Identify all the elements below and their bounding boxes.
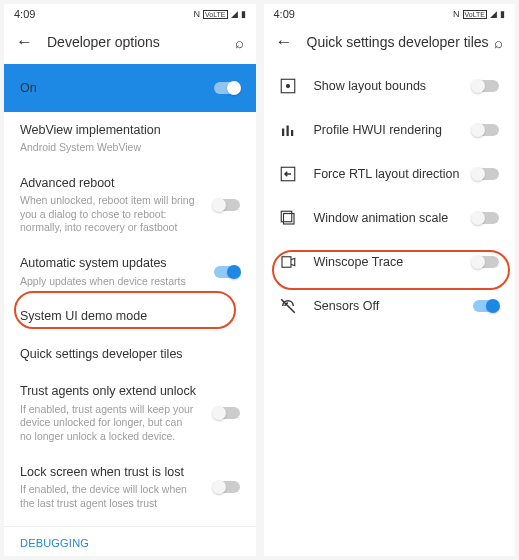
app-bar: ← Quick settings developer tiles ⌕ [264, 24, 516, 64]
content-list[interactable]: On WebView implementation Android System… [4, 64, 256, 556]
row-window-animation[interactable]: Window animation scale [264, 196, 516, 240]
row-system-ui-demo[interactable]: System UI demo mode [4, 298, 256, 336]
section-debugging: DEBUGGING [4, 526, 256, 555]
status-bar: 4:09 N VoLTE ◢ ▮ [264, 4, 516, 24]
svg-rect-3 [286, 126, 288, 137]
toggle-lock-screen-trust[interactable] [212, 480, 242, 494]
status-time: 4:09 [14, 8, 35, 20]
main-toggle-row[interactable]: On [4, 64, 256, 112]
screen-quick-settings-tiles: 4:09 N VoLTE ◢ ▮ ← Quick settings develo… [264, 4, 516, 556]
status-icons: N VoLTE ◢ ▮ [453, 9, 505, 19]
layout-bounds-icon [278, 76, 298, 96]
svg-rect-7 [281, 211, 292, 222]
force-rtl-icon [278, 164, 298, 184]
search-icon[interactable]: ⌕ [494, 34, 503, 51]
toggle-sensors-off[interactable] [471, 299, 501, 313]
status-time: 4:09 [274, 8, 295, 20]
row-sensors-off[interactable]: Sensors Off [264, 284, 516, 328]
svg-rect-2 [282, 129, 284, 137]
toggle-profile-hwui[interactable] [471, 123, 501, 137]
svg-rect-6 [283, 214, 294, 225]
window-animation-icon [278, 208, 298, 228]
back-icon[interactable]: ← [276, 32, 293, 52]
toggle-winscope[interactable] [471, 255, 501, 269]
row-profile-hwui[interactable]: Profile HWUI rendering [264, 108, 516, 152]
main-toggle[interactable] [212, 81, 242, 95]
svg-rect-4 [291, 130, 293, 136]
app-bar: ← Developer options ⌕ [4, 24, 256, 64]
toggle-layout-bounds[interactable] [471, 79, 501, 93]
row-auto-updates[interactable]: Automatic system updates Apply updates w… [4, 245, 256, 298]
toggle-force-rtl[interactable] [471, 167, 501, 181]
svg-point-1 [286, 85, 289, 88]
screen-developer-options: 4:09 N VoLTE ◢ ▮ ← Developer options ⌕ O… [4, 4, 256, 556]
sensors-off-icon [278, 296, 298, 316]
toggle-trust-agents[interactable] [212, 406, 242, 420]
svg-rect-8 [282, 257, 291, 268]
toggle-window-animation[interactable] [471, 211, 501, 225]
toggle-auto-updates[interactable] [212, 265, 242, 279]
page-title: Developer options [47, 34, 235, 50]
row-quick-settings-tiles[interactable]: Quick settings developer tiles [4, 336, 256, 374]
row-usb-debugging[interactable]: USB debugging Debug mode when USB is con… [4, 555, 256, 556]
profile-hwui-icon [278, 120, 298, 140]
main-toggle-label: On [20, 81, 37, 95]
toggle-advanced-reboot[interactable] [212, 198, 242, 212]
page-title: Quick settings developer tiles [307, 34, 495, 50]
row-webview[interactable]: WebView implementation Android System We… [4, 112, 256, 165]
status-bar: 4:09 N VoLTE ◢ ▮ [4, 4, 256, 24]
row-show-layout-bounds[interactable]: Show layout bounds [264, 64, 516, 108]
content-list[interactable]: Show layout bounds Profile HWUI renderin… [264, 64, 516, 328]
back-icon[interactable]: ← [16, 32, 33, 52]
row-advanced-reboot[interactable]: Advanced reboot When unlocked, reboot it… [4, 165, 256, 245]
row-force-rtl[interactable]: Force RTL layout direction [264, 152, 516, 196]
winscope-icon [278, 252, 298, 272]
search-icon[interactable]: ⌕ [235, 34, 244, 51]
row-trust-agents[interactable]: Trust agents only extend unlock If enabl… [4, 373, 256, 453]
row-winscope-trace[interactable]: Winscope Trace [264, 240, 516, 284]
row-lock-screen-trust[interactable]: Lock screen when trust is lost If enable… [4, 454, 256, 521]
status-icons: N VoLTE ◢ ▮ [194, 9, 246, 19]
